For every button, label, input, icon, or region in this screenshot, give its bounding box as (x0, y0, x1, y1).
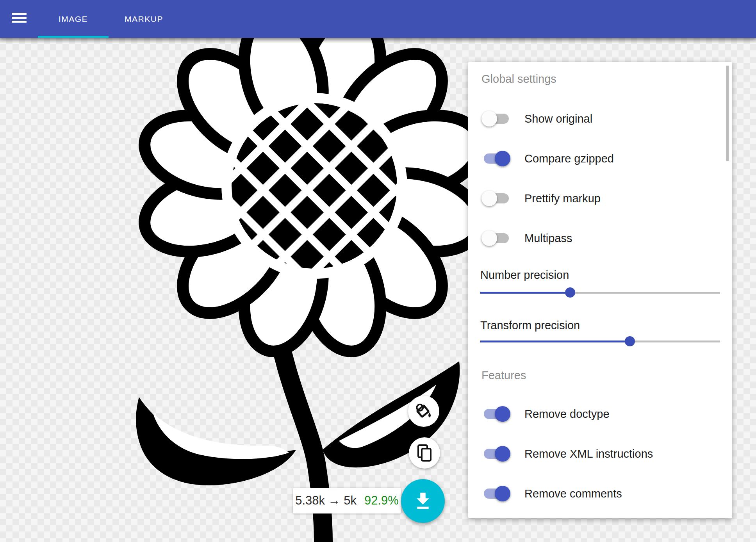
toggle-label: Remove doctype (524, 408, 610, 421)
toggle-row-remove-xml-instructions[interactable]: Remove XML instructions (481, 446, 510, 462)
panel-scrollbar[interactable] (726, 66, 729, 161)
slider-thumb[interactable] (625, 336, 635, 346)
prettify-markup-switch[interactable] (481, 191, 510, 206)
paint-bucket-icon (414, 402, 433, 421)
switch-thumb (495, 446, 510, 462)
remove-doctype-switch[interactable] (481, 406, 510, 422)
hamburger-icon (12, 13, 27, 15)
svgomg-app: 5.38k → 5k 92.9% Global settings (0, 0, 756, 542)
size-percent-text: 92.9% (364, 494, 399, 508)
toggle-row-prettify-markup[interactable]: Prettify markup (481, 191, 510, 206)
switch-thumb (495, 406, 510, 422)
toggle-label: Compare gzipped (524, 152, 614, 165)
switch-thumb (495, 486, 510, 501)
features-heading: Features (481, 369, 526, 382)
tab-image[interactable]: IMAGE (38, 0, 109, 38)
hamburger-icon (12, 21, 27, 23)
switch-thumb (495, 151, 510, 166)
toggle-row-multipass[interactable]: Multipass (481, 230, 510, 246)
switch-thumb (481, 111, 497, 127)
toggle-label: Multipass (524, 232, 572, 245)
multipass-switch[interactable] (481, 230, 510, 246)
number-precision-label: Number precision (480, 269, 569, 282)
settings-panel: Global settings Show original Compare gz… (468, 62, 732, 518)
number-precision-slider[interactable] (480, 287, 720, 298)
global-settings-heading: Global settings (481, 73, 556, 86)
size-comparison-text: 5.38k → 5k (295, 494, 357, 508)
background-theme-button[interactable] (408, 396, 439, 427)
toggle-row-remove-comments[interactable]: Remove comments (481, 486, 510, 501)
menu-button[interactable] (9, 9, 30, 28)
hamburger-icon (12, 17, 27, 19)
app-toolbar: IMAGE MARKUP (0, 0, 756, 38)
download-button[interactable] (401, 479, 445, 523)
size-result-badge: 5.38k → 5k 92.9% (293, 488, 401, 513)
toggle-row-compare-gzipped[interactable]: Compare gzipped (481, 151, 510, 166)
active-tab-indicator (38, 36, 109, 38)
switch-thumb (481, 230, 497, 246)
toggle-label: Prettify markup (524, 192, 601, 205)
remove-xml-instructions-switch[interactable] (481, 446, 510, 462)
toggle-label: Remove XML instructions (524, 448, 653, 460)
slider-fill (480, 341, 630, 342)
compare-gzipped-switch[interactable] (481, 151, 510, 166)
download-icon (412, 490, 433, 512)
flower-lattice-center (232, 103, 397, 269)
slider-thumb[interactable] (565, 287, 575, 298)
remove-comments-switch[interactable] (481, 486, 510, 501)
copy-markup-button[interactable] (409, 437, 440, 469)
toggle-row-remove-doctype[interactable]: Remove doctype (481, 406, 510, 422)
tab-markup[interactable]: MARKUP (109, 0, 179, 38)
transform-precision-label: Transform precision (480, 319, 580, 332)
transform-precision-slider[interactable] (480, 336, 720, 346)
flower-left-leaf (136, 397, 296, 485)
slider-fill (480, 292, 570, 294)
toggle-row-show-original[interactable]: Show original (481, 111, 510, 127)
show-original-switch[interactable] (481, 111, 510, 127)
switch-thumb (481, 191, 497, 206)
copy-icon (415, 444, 434, 462)
toggle-label: Show original (524, 112, 592, 125)
toggle-label: Remove comments (524, 487, 622, 500)
